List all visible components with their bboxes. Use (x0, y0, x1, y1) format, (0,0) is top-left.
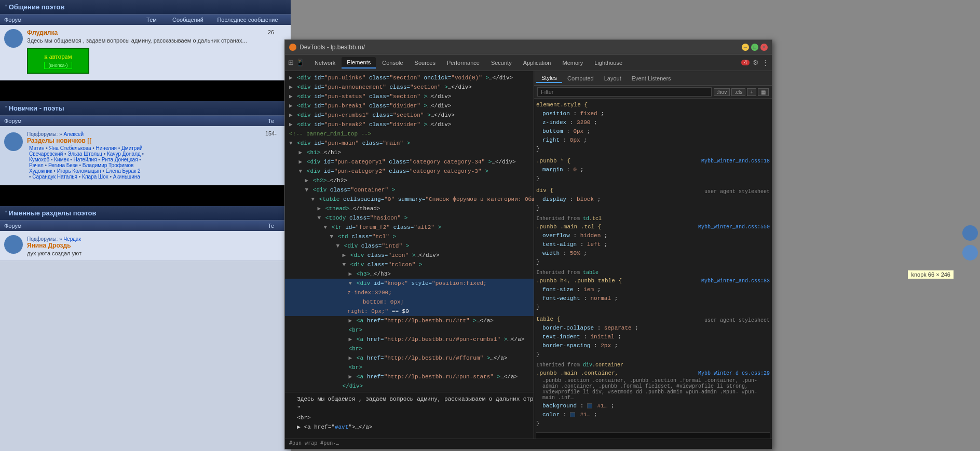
html-line-14[interactable]: ▶ <thead>…</thead> (285, 204, 534, 213)
html-line-16[interactable]: ▼ <tr id="forum_f2" class="alt2" > (285, 223, 534, 232)
tab-console[interactable]: Console (377, 58, 408, 68)
cls-button[interactable]: .cls (731, 88, 745, 96)
subforum-link[interactable]: Алексей (63, 131, 84, 137)
html-line-22d[interactable]: right: 0px;" == $0 (285, 307, 534, 316)
tab-sources[interactable]: Sources (410, 58, 441, 68)
html-line-3[interactable]: ▶ <div id="pun-status" class="section" >… (285, 92, 534, 101)
forum-count-1: 26 (255, 29, 287, 35)
html-line-27[interactable]: ▶ <a href="http://lp.bestbb.ru/#fforum" … (285, 353, 534, 363)
style-val-fontsize: 1em (583, 286, 594, 293)
html-line-23[interactable]: ▶ <a href="http://lp.bestbb.ru/#tt" >…</… (285, 316, 534, 325)
html-line-26[interactable]: <br> (285, 344, 534, 353)
forum-link-1[interactable]: Флудилка (27, 29, 58, 36)
html-line-11[interactable]: ▶ <h2>…</h2> (285, 176, 534, 185)
header-forum-3: Форум (4, 223, 255, 229)
style-val-fontweight: normal (590, 295, 611, 302)
tab-performance[interactable]: Performance (442, 58, 485, 68)
style-prop-overflow: overflow (542, 233, 570, 239)
performance-chart (536, 433, 770, 439)
html-line-21[interactable]: ▶ <h3>…</h3> (285, 269, 534, 279)
tab-application[interactable]: Application (518, 58, 556, 68)
html-line-25[interactable]: ▶ <a href="http://lp.bestbb.ru/#pun-crum… (285, 335, 534, 344)
elements-content[interactable]: ▶ <div id="pun-ulinks" class="section" o… (285, 71, 534, 392)
styles-tab-layout[interactable]: Layout (599, 74, 627, 83)
sidebar-icon-1[interactable] (962, 225, 978, 241)
html-line-17[interactable]: ▼ <td class="tcl" > (285, 232, 534, 241)
html-line-10[interactable]: ▼ <div id="pun-category2" class="categor… (285, 167, 534, 176)
style-val-bottom: 0px (573, 128, 583, 134)
add-button[interactable]: + (747, 88, 756, 96)
styles-tab-listeners[interactable]: Event Listeners (627, 74, 676, 83)
html-line-2[interactable]: ▶ <div id="pun-announcement" class="sect… (285, 83, 534, 92)
knopk-tooltip: knopk 66 × 246 (907, 270, 954, 279)
subforum-link-2[interactable]: Чердак (63, 236, 80, 242)
style-val-color: #1… (580, 412, 590, 418)
html-line-4[interactable]: ▶ <div id="pun-break1" class="divider" >… (285, 101, 534, 111)
html-line-1[interactable]: ▶ <div id="pun-ulinks" class="section" o… (285, 73, 534, 83)
devtools-body: ▶ <div id="pun-ulinks" class="section" o… (285, 71, 772, 439)
styles-filter-input[interactable] (537, 87, 712, 97)
html-line-comment[interactable]: <!-- banner_mini_top --> (285, 129, 534, 139)
forum-link-2[interactable]: Разделы новичков [[ (27, 137, 91, 144)
html-line-15[interactable]: ▼ <tbody class="hasicon" > (285, 213, 534, 223)
html-line-5[interactable]: ▶ <div id="pun-crumbs1" class="section" … (285, 111, 534, 120)
html-line-8[interactable]: ▶ <h1>…</h1> (285, 148, 534, 157)
subforum-label: Подфорумы: » Алексей (27, 131, 255, 137)
styles-tab-styles[interactable]: Styles (536, 74, 562, 83)
section-header-poets: ' Общение поэтов (0, 0, 291, 15)
forum-count-2: 154- (255, 130, 287, 136)
tab-elements[interactable]: Elements (342, 57, 376, 69)
user-agent-label-2: user agent stylesheet (704, 316, 770, 325)
html-line-28[interactable]: <br> (285, 363, 534, 372)
style-source-2[interactable]: Mybb_Winter_and.css:18 (701, 157, 770, 166)
tab-security[interactable]: Security (486, 58, 517, 68)
html-line-22-selected[interactable]: ▼ <div id="knopk" style="position:fixed; (285, 279, 534, 288)
html-line-18[interactable]: ▼ <div class="intd" > (285, 241, 534, 251)
inherited-from-tcl: Inherited from td.tcl (536, 216, 770, 222)
html-line-12[interactable]: ▼ <div class="container" > (285, 185, 534, 195)
styles-panel: Styles Computed Layout Event Listeners :… (534, 71, 772, 439)
maximize-button[interactable]: □ (751, 44, 758, 51)
tab-network[interactable]: Network (309, 58, 341, 68)
minimize-button[interactable]: ─ (742, 44, 749, 51)
forum-link-3[interactable]: Янина Дроздь (27, 242, 71, 249)
style-val-textindent: initial (590, 334, 614, 340)
html-line-22c[interactable]: bottom: 0px; (285, 297, 534, 307)
tab-memory[interactable]: Memory (557, 58, 588, 68)
html-line-22b[interactable]: z-index:3200; (285, 288, 534, 297)
style-prop-bg: background (542, 403, 577, 409)
forum-table-header-3: Форум Те (0, 221, 291, 231)
html-line-7[interactable]: ▼ <div id="pun-main" class="main" > (285, 139, 534, 148)
close-button[interactable]: ✕ (760, 44, 768, 51)
html-line-30[interactable]: </div> (285, 381, 534, 391)
style-source-table[interactable]: Mybb_Winter_and.css:83 (701, 277, 770, 285)
styles-content[interactable]: element.style { position : fixed ; z-ind… (534, 99, 772, 439)
style-val-bordercollapse: separate (604, 325, 632, 331)
style-block-inherited-table: Inherited from table .punbb h4, .punbb t… (536, 270, 770, 312)
style-prop-fontsize: font-size (542, 286, 573, 293)
tab-lighthouse[interactable]: Lighthouse (589, 58, 628, 68)
styles-tab-computed[interactable]: Computed (562, 74, 599, 83)
sidebar-icon-2[interactable] (962, 245, 978, 261)
more-icon[interactable]: ⋮ (762, 59, 769, 66)
forum-row-1: Флудилка Здесь мы общаемся , задаем вопр… (0, 25, 291, 80)
style-source-container[interactable]: Mybb_Winter_d cs.css:29 (698, 369, 770, 378)
html-line-6[interactable]: ▶ <div id="pun-break2" class="divider" >… (285, 120, 534, 129)
hov-button[interactable]: :hov (714, 88, 730, 96)
html-line-20[interactable]: ▼ <div class="tclcon" > (285, 260, 534, 269)
gear-icon[interactable]: ⚙ (753, 59, 759, 66)
style-source-tcl[interactable]: Mybb_Winter_and.css:550 (698, 223, 770, 231)
device-icon[interactable]: 📱 (296, 59, 304, 66)
html-line-9[interactable]: ▶ <div id="pun-category1" class="categor… (285, 157, 534, 167)
inspect-icon[interactable]: ⊞ (288, 59, 294, 66)
grid-button[interactable]: ▦ (758, 88, 769, 96)
style-val-position: fixed (580, 111, 597, 117)
style-selector-table-ua: table { (536, 316, 560, 322)
style-selector-tcl: .punbb .main .tcl { (536, 224, 601, 230)
html-line-24[interactable]: <br> (285, 325, 534, 335)
html-line-29[interactable]: ▶ <a href="http://lp.bestbb.ru/#pun-stat… (285, 372, 534, 381)
styles-filter-row: :hov .cls + ▦ (534, 86, 772, 99)
style-val-right: 0px (570, 137, 580, 143)
html-line-19[interactable]: ▶ <div class="icon" >…</div> (285, 251, 534, 260)
html-line-13[interactable]: ▼ <table cellspacing="0" summary="Список… (285, 195, 534, 204)
